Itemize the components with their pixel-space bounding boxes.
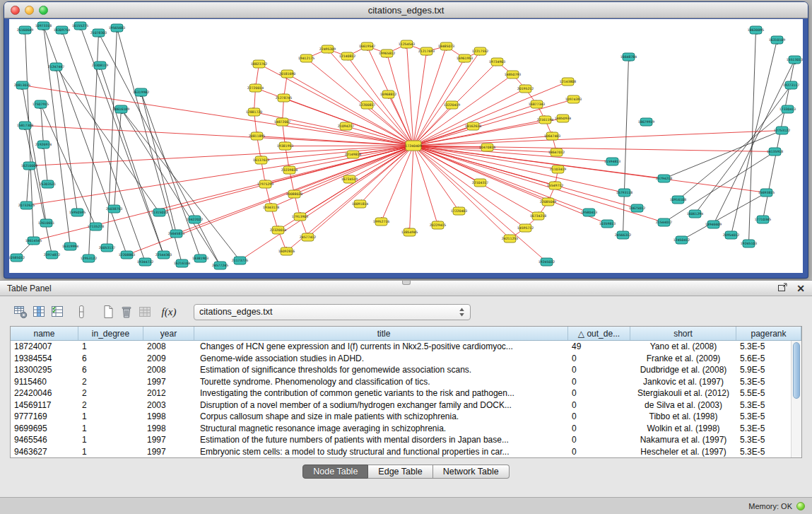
graph-node[interactable]: 18647012 <box>548 148 565 156</box>
graph-node[interactable]: 17913903 <box>292 213 308 221</box>
table-row[interactable]: 2242004622012Investigating the contribut… <box>11 387 801 399</box>
graph-node[interactable]: 18381903 <box>192 255 208 262</box>
graph-node[interactable]: 10974393 <box>565 95 582 103</box>
graph-node[interactable]: 17330413 <box>779 105 796 113</box>
graph-node[interactable]: 16216104 <box>174 259 190 267</box>
table-row[interactable]: 946554611997Estimation of the future num… <box>11 434 801 446</box>
graph-node[interactable]: 12217552 <box>472 47 488 55</box>
table-row[interactable]: 911546021997Tourette syndrome. Phenomeno… <box>11 376 801 388</box>
table-row[interactable]: 1938455462009Genome-wide association stu… <box>11 353 801 365</box>
graph-node[interactable]: 16210009 <box>21 162 37 170</box>
network-view[interactable]: 2516064910973318183097541615527521078303… <box>9 19 803 273</box>
graph-node[interactable]: 24566312 <box>615 231 631 239</box>
graph-node[interactable]: 16648784 <box>620 53 637 61</box>
column-header-name[interactable]: name <box>11 327 78 340</box>
graph-node[interactable]: 20195212 <box>517 85 534 93</box>
graph-node[interactable]: 22320014 <box>270 226 286 234</box>
graph-node[interactable]: 12610651 <box>38 219 54 227</box>
table-row[interactable]: 1456911722003Disruption of a novel membe… <box>11 399 801 411</box>
table-selector-dropdown[interactable]: citations_edges.txt <box>194 304 471 320</box>
graph-node[interactable]: 24211253 <box>502 235 518 243</box>
graph-node[interactable]: 11315010 <box>151 209 167 216</box>
table-row[interactable]: 1830029562008Estimation of significance … <box>11 364 801 376</box>
graph-node[interactable]: 18162610 <box>465 122 481 130</box>
graph-node[interactable]: 22161194 <box>537 116 553 124</box>
graph-node[interactable]: 20954012 <box>723 231 739 239</box>
table-scrollbar[interactable] <box>791 341 801 457</box>
graph-node[interactable]: 20181690 <box>279 70 295 78</box>
graph-node[interactable]: 19273117 <box>783 81 799 89</box>
graph-node[interactable]: 23308119 <box>92 62 108 69</box>
column-header-year[interactable]: year <box>143 327 194 340</box>
graph-node[interactable]: 17975299 <box>257 180 273 188</box>
graph-node[interactable]: 10088020 <box>286 190 302 198</box>
graph-node[interactable]: 18485073 <box>438 42 454 50</box>
graph-node[interactable]: 19381953 <box>277 142 293 150</box>
graph-node[interactable]: 10973318 <box>35 22 52 30</box>
tab-network-table[interactable]: Network Table <box>433 465 510 479</box>
graph-node[interactable]: 11594813 <box>604 158 620 165</box>
graph-node[interactable]: 20053137 <box>99 244 115 252</box>
graph-node[interactable]: 10675012 <box>629 204 645 212</box>
graph-node[interactable]: 19245032 <box>539 258 555 266</box>
graph-node[interactable]: 18946609 <box>705 221 722 228</box>
graph-node[interactable]: 21544017 <box>656 218 672 226</box>
graph-node[interactable]: 16734519 <box>341 175 358 183</box>
graph-node[interactable]: 20616109 <box>113 105 129 113</box>
close-button[interactable] <box>11 6 20 15</box>
graph-node[interactable]: 19734903 <box>489 58 505 66</box>
graph-node[interactable]: 10647403 <box>544 132 560 140</box>
graph-node[interactable]: 18823762 <box>251 60 267 68</box>
table-row[interactable]: 1872400712008Changes of HCN gene express… <box>11 341 801 353</box>
graph-node[interactable]: 12208863 <box>119 251 135 259</box>
graph-node[interactable]: 12200817 <box>359 101 375 109</box>
graph-node[interactable]: 13854945 <box>401 228 418 236</box>
tab-node-table[interactable]: Node Table <box>302 465 368 479</box>
graph-node[interactable]: 22495309 <box>319 45 336 53</box>
column-header-in_degree[interactable]: in_degree <box>78 327 143 340</box>
graph-node[interactable]: 12881720 <box>246 108 262 116</box>
graph-node[interactable]: 12753122 <box>774 127 790 134</box>
graph-node[interactable]: 18614545 <box>25 237 42 245</box>
graph-node[interactable]: 15693815 <box>758 189 775 197</box>
graph-node[interactable]: 21926974 <box>35 141 52 148</box>
graph-svg[interactable]: 2516064910973318183097541615527521078303… <box>9 19 803 273</box>
column-header-title[interactable]: title <box>194 327 568 340</box>
graph-node[interactable]: 17135278 <box>88 223 104 230</box>
graph-node[interactable]: 19580413 <box>581 209 597 216</box>
window-titlebar[interactable]: citations_edges.txt <box>4 2 808 18</box>
graph-node[interactable]: 19565683 <box>109 24 125 32</box>
graph-node[interactable]: 22085049 <box>540 198 556 206</box>
graph-node[interactable]: 15817308 <box>17 122 33 129</box>
close-panel-icon[interactable]: ✕ <box>796 284 805 293</box>
graph-node[interactable]: 12450412 <box>673 236 690 244</box>
graph-node[interactable]: 21173776 <box>232 257 248 264</box>
zoom-button[interactable] <box>39 6 48 15</box>
graph-node[interactable]: 15950595 <box>69 209 86 216</box>
graph-node[interactable]: 20229415 <box>430 221 446 229</box>
graph-node[interactable]: 10470816 <box>479 144 495 151</box>
graph-node[interactable]: 16961953 <box>457 54 473 62</box>
graph-node[interactable]: 25160649 <box>17 26 33 34</box>
graph-node[interactable]: 10359813 <box>599 220 616 228</box>
graph-node[interactable]: 21078303 <box>90 29 107 37</box>
graph-node[interactable]: 14872007 <box>274 118 290 126</box>
graph-node[interactable]: 22720014 <box>247 84 264 92</box>
graph-node[interactable]: 17710345 <box>755 216 771 223</box>
graph-node[interactable]: 23974872 <box>44 251 60 259</box>
graph-node[interactable]: 15549712 <box>547 182 563 189</box>
scrollbar-thumb[interactable] <box>793 342 800 399</box>
edit-columns-icon[interactable] <box>48 303 66 320</box>
graph-node[interactable]: 19344732 <box>137 258 153 266</box>
table-row[interactable]: 946362711997Embryonic stem cells: a mode… <box>11 446 801 458</box>
graph-node[interactable]: 16793118 <box>616 189 632 197</box>
graph-node[interactable]: 21094217 <box>338 122 354 130</box>
graph-node[interactable]: 16734218 <box>530 212 546 220</box>
graph-node[interactable]: 21103419 <box>550 165 566 173</box>
graph-node[interactable]: 19412175 <box>298 54 314 62</box>
graph-node[interactable]: 16619547 <box>359 42 375 50</box>
graph-node[interactable]: 10091814 <box>352 200 368 208</box>
graph-node[interactable]: 12140812 <box>339 52 355 60</box>
graph-node[interactable]: 14595712 <box>517 224 534 232</box>
graph-node[interactable]: 20811895 <box>249 132 265 140</box>
